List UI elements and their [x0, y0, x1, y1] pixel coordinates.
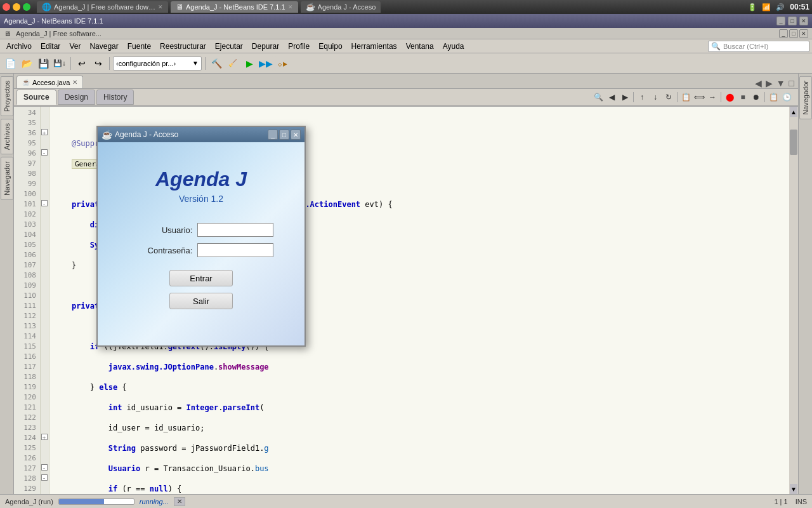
tb-undo-btn[interactable]: ↩ [74, 56, 89, 71]
fold-96[interactable]: - [41, 149, 48, 156]
tab-source[interactable]: Source [16, 90, 56, 105]
main-toolbar: 📄 📂 💾 💾↓ ↩ ↪ ‹configuración pr...› ▼ 🔨 🧹… [0, 53, 812, 74]
tb-profile-btn[interactable]: ⬦▶ [275, 56, 290, 71]
st-play-macro[interactable]: ⏺ [750, 91, 763, 104]
vscrollbar[interactable]: ▲ ▼ [789, 107, 798, 494]
nb-restore-btn[interactable]: □ [788, 17, 797, 25]
file-tab-acceso[interactable]: ☕ Acceso.java ✕ [16, 76, 83, 88]
os-max-btn[interactable] [23, 3, 30, 11]
dialog-minimize-btn[interactable]: _ [268, 130, 278, 140]
tab-scroll-left[interactable]: ◀ [754, 78, 763, 88]
nb2-min-btn[interactable]: _ [779, 29, 788, 38]
tab-list-btn[interactable]: ▼ [775, 78, 787, 88]
salir-button[interactable]: Salir [169, 293, 233, 309]
panel-archivos[interactable]: Archivos [1, 119, 13, 154]
config-dropdown[interactable]: ‹configuración pr...› ▼ [113, 57, 202, 70]
st-next-bookmark[interactable]: ▶ [619, 91, 631, 104]
fold-124[interactable]: + [41, 434, 48, 440]
window-title: Agenda_J - NetBeans IDE 7.1.1 [4, 17, 103, 25]
os-close-btn[interactable] [3, 3, 10, 11]
fold-127[interactable]: - [41, 464, 48, 471]
nb-minimize-btn[interactable]: _ [776, 17, 785, 25]
os-min-btn[interactable] [13, 3, 20, 11]
nb2-close-btn[interactable]: ✕ [799, 29, 808, 38]
fold-36[interactable]: + [41, 129, 48, 135]
st-toggle-breakpoint[interactable]: ↑ [636, 91, 648, 104]
tb-save-btn[interactable]: 💾 [36, 56, 51, 71]
st-diff[interactable]: ⟺ [693, 91, 705, 104]
os-tab-1[interactable]: 🌐 Agenda_J | Free software downloads... … [37, 1, 168, 13]
statusbar: Agenda_J (run) running... ✕ 1 | 1 INS [0, 494, 812, 508]
tab-maximize-btn[interactable]: □ [788, 78, 796, 88]
tb-build-btn[interactable]: 🔨 [209, 56, 224, 71]
scroll-thumb[interactable] [790, 130, 797, 155]
password-label: Contraseña: [141, 246, 192, 255]
tab-scroll-right[interactable]: ▶ [764, 78, 774, 88]
panel-navegador[interactable]: Navegador [1, 157, 13, 200]
tb-saveall-btn[interactable]: 💾↓ [52, 56, 67, 71]
status-right: 1 | 1 INS [774, 498, 807, 505]
dialog-maximize-btn[interactable]: □ [279, 130, 289, 140]
tb-sep-1 [70, 57, 71, 70]
menu-ver[interactable]: Ver [65, 41, 84, 52]
tb-redo-btn[interactable]: ↪ [91, 56, 106, 71]
st-history[interactable]: 🕒 [780, 91, 793, 104]
st-record[interactable]: ⬤ [723, 91, 736, 104]
tb-run-btn[interactable]: ▶ [242, 56, 257, 71]
menu-editar[interactable]: Editar [37, 41, 64, 52]
st-next-error[interactable]: ↻ [662, 91, 675, 104]
menu-archivo[interactable]: Archivo [3, 41, 36, 52]
tb-open-btn[interactable]: 📂 [19, 56, 34, 71]
usuario-field: Usuario: [129, 223, 274, 237]
dialog-body: Agenda J Versión 1.2 Usuario: Contraseña… [98, 142, 304, 345]
panel-proyectos[interactable]: Proyectos [1, 76, 13, 116]
st-prev-error[interactable]: ↓ [649, 91, 662, 104]
tab-design[interactable]: Design [58, 90, 95, 105]
st-jump[interactable]: → [706, 91, 719, 104]
st-tasks[interactable]: 📋 [767, 91, 780, 104]
menu-ventana[interactable]: Ventana [402, 41, 438, 52]
nav-panel-tab[interactable]: Navegador [799, 76, 812, 119]
global-search[interactable]: 🔍 Buscar (Ctrl+I) [708, 41, 809, 52]
st-stop[interactable]: ■ [737, 91, 749, 104]
fold-101[interactable]: - [41, 200, 48, 206]
menu-ejecutar[interactable]: Ejecutar [211, 41, 247, 52]
os-tab-3[interactable]: ☕ Agenda J - Acceso [301, 1, 381, 13]
password-input[interactable] [197, 243, 273, 257]
fold-128[interactable]: - [41, 474, 48, 481]
nb2-max-btn[interactable]: □ [789, 29, 798, 38]
usuario-input[interactable] [197, 223, 273, 237]
tb-new-btn[interactable]: 📄 [3, 56, 18, 71]
menu-depurar[interactable]: Depurar [248, 41, 283, 52]
st-toggle-bookmark[interactable]: 🔍 [592, 91, 605, 104]
dialog-title: Agenda J - Acceso [115, 130, 265, 139]
os-taskbar: 🌐 Agenda_J | Free software downloads... … [0, 0, 812, 14]
menu-herramientas[interactable]: Herramientas [348, 41, 401, 52]
line-numbers: 34 35 36 95 96 97 98 99 100 101 102 103 … [14, 107, 41, 494]
code-area: 34 35 36 95 96 97 98 99 100 101 102 103 … [14, 107, 798, 494]
nb-titlebar: Agenda_J - NetBeans IDE 7.1.1 _ □ ✕ [0, 14, 812, 28]
menu-profile[interactable]: Profile [284, 41, 313, 52]
scroll-up-btn[interactable]: ▲ [790, 107, 797, 117]
menu-fuente[interactable]: Fuente [124, 41, 155, 52]
tb-clean-btn[interactable]: 🧹 [225, 56, 240, 71]
menu-ayuda[interactable]: Ayuda [439, 41, 468, 52]
menu-reestructurar[interactable]: Reestructurar [156, 41, 210, 52]
source-tabs: Source Design History 🔍 ◀ ▶ ↑ ↓ ↻ 📋 [14, 89, 798, 107]
tab-history[interactable]: History [96, 90, 134, 105]
close-file-tab[interactable]: ✕ [72, 79, 77, 86]
dialog-close-btn[interactable]: ✕ [291, 130, 301, 140]
tb-sep-3 [205, 57, 206, 70]
scroll-down-btn[interactable]: ▼ [790, 484, 797, 494]
st-prev-bookmark[interactable]: ◀ [605, 91, 618, 104]
menu-navegar[interactable]: Navegar [86, 41, 122, 52]
os-tab-2[interactable]: 🖥 Agenda_J - NetBeans IDE 7.1.1 ✕ [171, 1, 298, 13]
tb-debug-btn[interactable]: ▶▶ [258, 56, 273, 71]
nb-close-btn[interactable]: ✕ [799, 17, 808, 25]
stop-btn[interactable]: ✕ [174, 497, 185, 506]
password-field: Contraseña: [129, 243, 274, 257]
progress-bar-fill [59, 499, 104, 504]
menu-equipo[interactable]: Equipo [315, 41, 346, 52]
entrar-button[interactable]: Entrar [169, 270, 233, 286]
st-copy-format[interactable]: 📋 [679, 91, 692, 104]
